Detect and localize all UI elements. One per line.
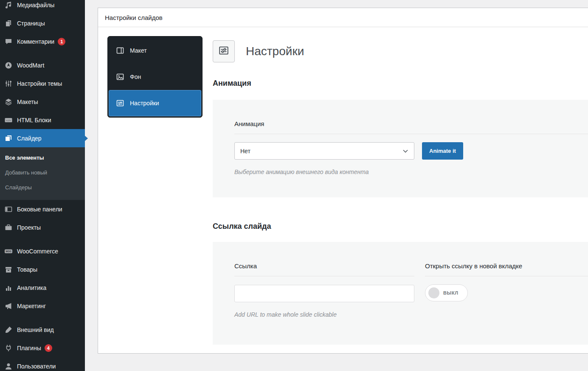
sidebar-item-woodmart[interactable]: WoodMart — [0, 56, 85, 74]
theme-settings-icon — [4, 79, 13, 88]
sidebar-item-comments[interactable]: Комментарии 1 — [0, 32, 85, 51]
users-icon — [4, 362, 13, 371]
field-divider — [234, 276, 414, 276]
sidebar-item-label: Страницы — [17, 20, 45, 27]
settings-page-icon-box — [213, 40, 235, 62]
tab-background[interactable]: Фон — [109, 64, 201, 90]
sidebar-item-label: Маркетинг — [17, 303, 46, 309]
projects-icon — [4, 223, 13, 232]
admin-content-area: Настройки слайдов Макет Фон — [85, 0, 588, 371]
pages-icon — [4, 19, 13, 28]
new-tab-field-label: Открыть ссылку в новой вкладке — [425, 262, 588, 270]
analytics-icon — [4, 284, 13, 292]
panel-title: Настройки слайдов — [105, 14, 163, 21]
sidebar-item-label: WoodMart — [17, 62, 44, 69]
open-new-tab-toggle[interactable]: ВЫКЛ — [425, 284, 468, 301]
toggle-state-label: ВЫКЛ — [443, 290, 459, 295]
slide-link-section-panel: Ссылка Add URL to make whole slide click… — [213, 242, 588, 345]
tab-label: Макет — [130, 47, 147, 54]
sidebar-item-appearance[interactable]: Внешний вид — [0, 320, 85, 339]
marketing-icon — [4, 302, 13, 310]
sidebar-item-label: Проекты — [17, 224, 41, 231]
submenu-item-all-elements[interactable]: Все элементы — [0, 150, 85, 165]
sidebar-item-media[interactable]: Медиафайлы — [0, 0, 85, 14]
page-title: Настройки — [246, 45, 304, 58]
svg-text:WOO: WOO — [6, 250, 11, 253]
sidebar-item-label: Пользователи — [17, 363, 56, 370]
sidebar-item-label: Медиафайлы — [17, 2, 54, 8]
woodmart-icon — [4, 61, 13, 70]
panel-body: Макет Фон Настройки — [98, 27, 588, 353]
animation-select[interactable]: Нет — [234, 142, 414, 160]
animation-section-heading: Анимация — [213, 79, 588, 88]
plugins-count-badge: 4 — [45, 344, 52, 352]
panel-header: Настройки слайдов — [98, 8, 588, 27]
sidebar-item-analytics[interactable]: Аналитика — [0, 278, 85, 297]
new-tab-column: Открыть ссылку в новой вкладке ВЫКЛ — [425, 262, 588, 318]
tab-label: Фон — [130, 73, 141, 80]
page-title-row: Настройки — [213, 40, 588, 62]
sidebar-item-projects[interactable]: Проекты — [0, 218, 85, 236]
sidebar-item-label: WooCommerce — [17, 248, 58, 255]
sidebar-item-pages[interactable]: Страницы — [0, 14, 85, 32]
sidebar-item-woocommerce[interactable]: WOO WooCommerce — [0, 242, 85, 260]
animation-helper-text: Выберите анимацию внешнего вида контента — [234, 169, 588, 175]
sidebar-item-label: Слайдер — [17, 135, 42, 142]
animation-section-panel: Анимация Нет Animate it Выберите анимаци… — [213, 100, 588, 197]
slider-icon — [4, 134, 13, 143]
settings-sliders-icon — [218, 45, 229, 58]
sidebar-item-label: Внешний вид — [17, 326, 54, 333]
media-icon — [4, 1, 13, 9]
menu-separator — [0, 236, 85, 242]
tab-label: Настройки — [130, 100, 159, 107]
sidebar-item-label: Комментарии — [17, 38, 54, 45]
slider-submenu: Все элементы Добавить новый Слайдеры — [0, 147, 85, 200]
submenu-item-sliders[interactable]: Слайдеры — [0, 180, 85, 195]
sidebar-item-sidebars[interactable]: Боковые панели — [0, 200, 85, 218]
comments-icon — [4, 37, 13, 46]
sidebar-item-users[interactable]: Пользователи — [0, 357, 85, 371]
submenu-item-add-new[interactable]: Добавить новый — [0, 165, 85, 180]
animation-select-value: Нет — [240, 148, 250, 155]
menu-separator — [0, 51, 85, 56]
html-blocks-icon: </> — [4, 116, 13, 124]
plugins-icon — [4, 344, 13, 352]
sidebar-item-html-blocks[interactable]: </> HTML Блоки — [0, 111, 85, 129]
sidebar-item-label: Товары — [17, 266, 37, 273]
settings-tabs: Макет Фон Настройки — [107, 36, 203, 118]
menu-separator — [0, 315, 85, 320]
slide-link-input[interactable] — [234, 285, 414, 302]
layouts-icon — [4, 98, 13, 106]
comments-count-badge: 1 — [58, 38, 65, 45]
field-divider — [425, 276, 588, 276]
tab-layout[interactable]: Макет — [109, 37, 201, 64]
toggle-knob — [428, 287, 439, 298]
background-image-icon — [116, 73, 124, 81]
settings-sliders-icon — [116, 99, 124, 107]
sidebar-item-label: Макеты — [17, 98, 38, 105]
appearance-icon — [4, 326, 13, 334]
link-helper-text: Add URL to make whole slide clickable — [234, 311, 414, 318]
sidebar-item-label: Настройки темы — [17, 80, 62, 87]
sidebar-item-theme-settings[interactable]: Настройки темы — [0, 74, 85, 93]
sidebar-item-layouts[interactable]: Макеты — [0, 93, 85, 111]
sidebar-item-label: Боковые панели — [17, 206, 62, 213]
tab-settings[interactable]: Настройки — [109, 90, 201, 116]
sidebar-item-plugins[interactable]: Плагины 4 — [0, 339, 85, 357]
sidebar-item-label: Плагины — [17, 345, 41, 351]
sidebar-item-slider[interactable]: Слайдер — [0, 129, 85, 147]
svg-text:</>: </> — [6, 119, 11, 122]
settings-main-column: Настройки Анимация Анимация Нет — [213, 40, 588, 345]
products-icon — [4, 265, 13, 274]
sidebars-icon — [4, 205, 13, 214]
sidebar-item-marketing[interactable]: Маркетинг — [0, 297, 85, 315]
sidebar-item-products[interactable]: Товары — [0, 260, 85, 278]
animate-it-button[interactable]: Animate it — [422, 142, 463, 160]
link-field-column: Ссылка Add URL to make whole slide click… — [234, 262, 414, 318]
chevron-down-icon — [402, 148, 409, 156]
admin-sidebar: Медиафайлы Страницы Комментарии 1 WoodMa… — [0, 0, 85, 371]
slide-link-section-heading: Ссылка слайда — [213, 222, 588, 231]
animation-field-label: Анимация — [234, 120, 588, 128]
woocommerce-icon: WOO — [4, 247, 13, 256]
sidebar-item-label: Аналитика — [17, 284, 46, 291]
